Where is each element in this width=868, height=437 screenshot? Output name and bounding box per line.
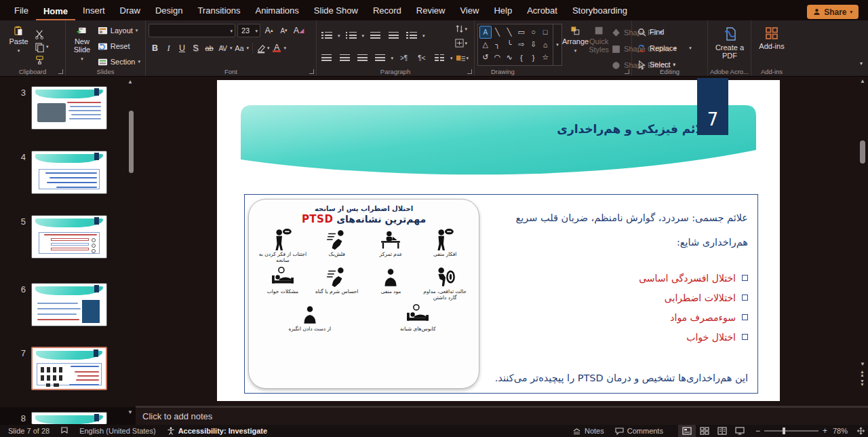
shapes-gallery-more-button[interactable]: ▾ (553, 24, 562, 66)
scroll-up-arrow[interactable]: ▲ (860, 78, 865, 84)
slide-thumbnail-4[interactable] (31, 151, 107, 194)
increase-indent-button[interactable] (386, 30, 401, 43)
slide-canvas[interactable]: علائم فیزیکی و هم‌راخداری 7 اختلال اضطرا… (217, 80, 780, 401)
menu-design[interactable]: Design (148, 1, 190, 20)
new-slide-button[interactable]: New Slide ▾ (68, 24, 96, 67)
menu-acrobat[interactable]: Acrobat (519, 1, 565, 20)
format-painter-icon[interactable] (35, 55, 45, 65)
slide-number-tab[interactable]: 7 (697, 78, 728, 135)
thumbnails-scroll-down-arrow[interactable]: ▼ (127, 409, 133, 415)
columns-button[interactable] (433, 52, 447, 64)
character-spacing-button[interactable]: AV (216, 41, 229, 55)
text-shadow-button[interactable]: S (189, 41, 202, 55)
menu-transitions[interactable]: Transitions (190, 1, 248, 20)
next-slide-button[interactable]: ▼▼ (860, 379, 865, 386)
layout-button[interactable]: Layout▾ (96, 24, 142, 37)
clipboard-dialog-launcher[interactable] (58, 69, 63, 74)
arrange-button[interactable]: Arrange ▾ (562, 24, 589, 55)
previous-slide-button[interactable]: ▲▲ (860, 370, 865, 377)
slide-title[interactable]: علائم فیزیکی و هم‌راخداری (557, 122, 712, 136)
zoom-in-button[interactable]: + (823, 426, 827, 436)
ptsd-infographic-image[interactable]: اختلال اضطراب پس از سانحه مهم‌ترین نشانه… (248, 199, 479, 389)
menu-record[interactable]: Record (366, 1, 409, 20)
collapse-ribbon-button[interactable]: ▾ (860, 60, 863, 66)
drawing-dialog-launcher[interactable] (625, 69, 629, 74)
menu-view[interactable]: View (452, 1, 486, 20)
quick-styles-button[interactable]: Quick Styles (589, 24, 609, 54)
editor-scrollbar-thumb[interactable] (860, 140, 865, 164)
zoom-out-button[interactable]: − (755, 426, 760, 436)
slide-body-text[interactable]: علائم جسمی: سردرد، گوارش نامنظم، ضربان ق… (484, 210, 748, 347)
comments-toggle-button[interactable]: Comments (610, 425, 669, 437)
bullets-button[interactable] (319, 30, 334, 43)
paste-button[interactable]: Paste ▾ (3, 24, 35, 67)
paragraph-dialog-launcher[interactable] (467, 69, 472, 74)
zoom-percent-button[interactable]: 78% (827, 425, 853, 437)
font-color-button[interactable]: A (271, 41, 283, 55)
accessibility-button[interactable]: Accessibility: Investigate (161, 425, 273, 437)
align-center-button[interactable] (337, 52, 351, 64)
menu-insert[interactable]: Insert (75, 1, 113, 20)
menu-slide-show[interactable]: Slide Show (307, 1, 366, 20)
menu-draw[interactable]: Draw (113, 1, 148, 20)
slide-sorter-view-button[interactable] (696, 425, 713, 437)
text-box-shape[interactable]: A (479, 26, 492, 39)
copy-icon[interactable] (35, 42, 45, 52)
align-text-button[interactable]: ▾ (454, 38, 467, 48)
menu-review[interactable]: Review (409, 1, 453, 20)
find-button[interactable]: Find (635, 25, 705, 39)
align-left-button[interactable] (319, 52, 334, 64)
grow-font-button[interactable]: A▴ (262, 24, 275, 37)
bold-button[interactable]: B (149, 41, 161, 55)
slide-footer-text[interactable]: این هم‌راخداری‌ها تشخیص و درمان PTSD را … (341, 373, 748, 383)
menu-file[interactable]: File (7, 1, 36, 20)
slide-thumbnail-5[interactable] (31, 215, 107, 259)
clear-formatting-button[interactable]: A◢ (292, 24, 305, 37)
justify-button[interactable] (373, 52, 387, 64)
slideshow-view-button[interactable] (731, 425, 749, 437)
share-button[interactable]: Share ▾ (807, 5, 859, 19)
align-right-button[interactable] (355, 52, 370, 64)
notes-toggle-button[interactable]: Notes (567, 425, 610, 437)
create-pdf-button[interactable]: Create a PDF (711, 24, 749, 67)
language-button[interactable]: English (United States) (74, 425, 161, 437)
convert-smartart-button[interactable]: ▾ (456, 53, 471, 63)
font-size-combobox[interactable]: 23▾ (237, 24, 260, 37)
slide-indicator[interactable]: Slide 7 of 28 (0, 425, 55, 437)
zoom-slider[interactable] (764, 430, 818, 432)
reset-button[interactable]: Reset (96, 39, 142, 53)
slide-thumbnail-6[interactable] (31, 283, 107, 326)
menu-animations[interactable]: Animations (248, 1, 307, 20)
rtl-direction-button[interactable]: ¶< (414, 52, 429, 64)
menu-storyboarding[interactable]: Storyboarding (565, 1, 635, 20)
highlight-color-button[interactable] (256, 43, 267, 54)
font-dialog-launcher[interactable] (309, 69, 314, 74)
fit-slide-to-window-button[interactable] (853, 425, 868, 437)
slide-title-band[interactable] (241, 105, 756, 180)
reading-view-button[interactable] (713, 425, 731, 437)
section-button[interactable]: Section▾ (96, 55, 142, 69)
thumbnails-scrollbar-thumb[interactable] (129, 111, 134, 173)
font-name-combobox[interactable]: ▾ (149, 24, 235, 37)
zoom-slider-thumb[interactable] (783, 428, 785, 434)
text-direction-button[interactable]: ▾ (454, 24, 467, 34)
strikethrough-button[interactable]: ab (203, 41, 216, 55)
spell-check-icon[interactable] (55, 425, 74, 437)
replace-button[interactable]: Replace▾ (635, 41, 705, 55)
ltr-direction-button[interactable]: >¶ (397, 52, 411, 64)
slide-content-box[interactable]: اختلال اضطراب پس از سانحه مهم‌ترین نشانه… (244, 194, 758, 394)
shapes-gallery[interactable]: A ╲ ╲ ▭ ○ □ △ ╮ ╰ ⇨ ⇩ ⌂ ↺ ◠ ∿ (477, 24, 553, 66)
shrink-font-button[interactable]: A▾ (277, 24, 290, 37)
underline-button[interactable]: U (176, 41, 189, 55)
notes-pane[interactable]: Click to add notes (136, 408, 868, 425)
cut-icon[interactable] (35, 29, 45, 39)
thumbnails-scroll-up-arrow[interactable]: ▲ (127, 79, 133, 85)
change-case-button[interactable]: Aa (233, 41, 246, 55)
slide-thumbnail-8[interactable] (31, 412, 107, 424)
decrease-indent-button[interactable] (368, 30, 382, 43)
slide-thumbnail-3[interactable] (31, 86, 107, 130)
line-spacing-button[interactable] (404, 30, 419, 43)
slide-thumbnail-7-selected[interactable] (31, 347, 107, 390)
editor-vertical-scrollbar[interactable]: ▲ ▼ ▲▲ ▼▼ (859, 78, 867, 385)
menu-help[interactable]: Help (486, 1, 519, 20)
